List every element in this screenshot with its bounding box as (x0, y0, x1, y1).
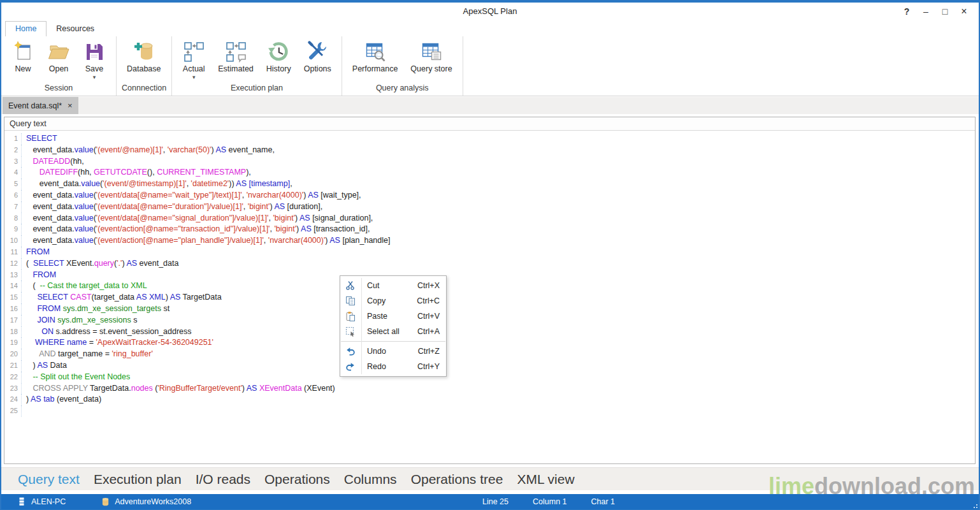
view-tab-query-text[interactable]: Query text (18, 472, 80, 487)
menu-item-label: Paste (367, 312, 387, 321)
menu-item-shortcut: Ctrl+X (417, 281, 440, 290)
code-line: 5 event_data.value('(event/@timestamp)[1… (4, 178, 975, 190)
code-line: 7 event_data.value('(event/data[@name="d… (4, 201, 975, 213)
window-controls: ? – □ × (898, 4, 972, 18)
status-left: ALEN-PC AdventureWorks2008 (18, 494, 191, 509)
menu-item-shortcut: Ctrl+A (417, 327, 440, 336)
code-line: 23 CROSS APPLY TargetData.nodes ('RingBu… (4, 383, 975, 395)
ribbon-group-buttons: NewOpenSave▾ (1, 36, 116, 82)
code-line: 11FROM (4, 247, 975, 258)
ribbon-group-query-analysis: PerformanceQuery storeQuery analysis (342, 36, 463, 96)
ribbon-group-label: Query analysis (342, 82, 463, 96)
menu-item-label: Copy (367, 296, 386, 305)
ribbon-button-options[interactable]: Options (298, 40, 338, 74)
window-border-top (0, 0, 980, 3)
line-number: 11 (4, 247, 22, 258)
line-number: 23 (4, 383, 22, 395)
code-line: 12( SELECT XEvent.query('.') AS event_da… (4, 258, 975, 270)
menu-item-copy[interactable]: CopyCtrl+C (340, 293, 446, 309)
code-line: 17 JOIN sys.dm_xe_sessions s (4, 315, 975, 326)
line-number: 8 (4, 213, 22, 224)
code-text: ) AS tab (event_data) (26, 394, 101, 405)
database-name: AdventureWorks2008 (115, 497, 191, 506)
ribbon-button-estimated[interactable]: Estimated (212, 40, 260, 74)
menu-item-select-all[interactable]: Select allCtrl+A (340, 324, 446, 339)
menu-item-redo[interactable]: RedoCtrl+Y (340, 359, 446, 374)
chevron-down-icon[interactable]: ▾ (93, 75, 96, 80)
minimize-button[interactable]: – (918, 4, 934, 18)
ribbon-tab-resources[interactable]: Resources (47, 22, 104, 36)
ribbon-button-database[interactable]: Database (120, 40, 168, 74)
code-line: 25 (4, 405, 975, 417)
view-tab-operations-tree[interactable]: Operations tree (411, 472, 503, 487)
code-text: event_data.value('(event/@name)[1]', 'va… (26, 145, 275, 156)
code-line: 10 event_data.value('(event/action[@name… (4, 235, 975, 247)
ribbon-button-actual[interactable]: Actual▾ (176, 40, 212, 81)
maximize-button[interactable]: □ (937, 4, 953, 18)
code-text: ( -- Cast the target_data to XML (26, 280, 147, 292)
line-number: 5 (4, 178, 22, 190)
line-number: 22 (4, 372, 22, 383)
menu-item-undo[interactable]: UndoCtrl+Z (340, 344, 446, 359)
code-text: FROM (26, 270, 56, 281)
title-bar: ApexSQL Plan ? – □ × (1, 3, 979, 20)
watermark-suffix: download.com (814, 473, 975, 499)
select-all-icon (345, 326, 356, 337)
chevron-down-icon[interactable]: ▾ (192, 75, 196, 80)
ribbon-button-query-store[interactable]: Query store (404, 40, 458, 74)
view-tab-i-o-reads[interactable]: I/O reads (196, 472, 250, 487)
context-menu: CutCtrl+XCopyCtrl+CPasteCtrl+VSelect all… (340, 275, 447, 377)
watermark-prefix: lime (768, 473, 814, 499)
window-border-left (0, 0, 1, 510)
resize-grip[interactable] (971, 502, 977, 508)
line-number: 14 (4, 280, 22, 292)
line-number: 6 (4, 190, 22, 201)
watermark: limedownload.com (768, 473, 975, 500)
code-text: FROM sys.dm_xe_session_targets st (26, 303, 169, 315)
ribbon-button-label: Open (49, 64, 69, 73)
ribbon-button-performance[interactable]: Performance (346, 40, 405, 74)
line-number: 19 (4, 337, 22, 349)
menu-item-label: Select all (367, 327, 400, 336)
ribbon-button-new[interactable]: New (5, 40, 41, 74)
menu-item-paste[interactable]: PasteCtrl+V (340, 309, 446, 324)
code-text: DATEADD(hh, (26, 156, 84, 168)
estimated-icon (224, 40, 247, 63)
code-text: -- Split out the Event Nodes (26, 372, 130, 383)
code-line: 21 ) AS Data (4, 360, 975, 372)
code-line: 8 event_data.value('(event/data[@name="s… (4, 213, 975, 224)
undo-icon (345, 346, 356, 356)
code-line: 14 ( -- Cast the target_data to XML (4, 280, 975, 292)
view-tab-operations[interactable]: Operations (264, 472, 330, 487)
status-line: Line 25 (482, 497, 508, 506)
ribbon-button-history[interactable]: History (260, 40, 298, 74)
ribbon-group-session: NewOpenSave▾Session (1, 36, 117, 96)
code-text: SELECT (26, 133, 57, 145)
view-tab-xml-view[interactable]: XML view (517, 472, 574, 487)
ribbon-tab-home[interactable]: Home (5, 21, 47, 36)
help-button[interactable]: ? (898, 4, 915, 18)
code-line: 16 FROM sys.dm_xe_session_targets st (4, 303, 975, 315)
code-text: CROSS APPLY TargetData.nodes ('RingBuffe… (26, 383, 335, 395)
line-number: 2 (4, 145, 22, 156)
view-tab-columns[interactable]: Columns (344, 472, 397, 487)
document-tab-strip: Event data.sql* × (1, 97, 979, 114)
ribbon-button-open[interactable]: Open (41, 40, 76, 74)
code-text: event_data.value('(event/action[@name="t… (26, 224, 370, 235)
close-button[interactable]: × (956, 4, 972, 18)
code-line: 15 SELECT CAST(target_data AS XML) AS Ta… (4, 292, 975, 303)
code-text: FROM (26, 247, 50, 258)
new-icon (11, 40, 34, 63)
server-name: ALEN-PC (31, 497, 66, 506)
paste-icon (345, 311, 356, 321)
menu-item-cut[interactable]: CutCtrl+X (340, 278, 446, 293)
ribbon-button-save[interactable]: Save▾ (76, 40, 112, 81)
view-tab-execution-plan[interactable]: Execution plan (94, 472, 182, 487)
ribbon-button-label: Database (127, 64, 161, 73)
document-tab-event-data[interactable]: Event data.sql* × (3, 97, 78, 114)
tab-close-icon[interactable]: × (68, 101, 73, 110)
open-icon (47, 40, 70, 63)
code-text: ON s.address = st.event_session_address (26, 326, 192, 338)
line-number: 21 (4, 360, 22, 372)
sql-code-area[interactable]: 1SELECT2 event_data.value('(event/@name)… (4, 131, 975, 417)
